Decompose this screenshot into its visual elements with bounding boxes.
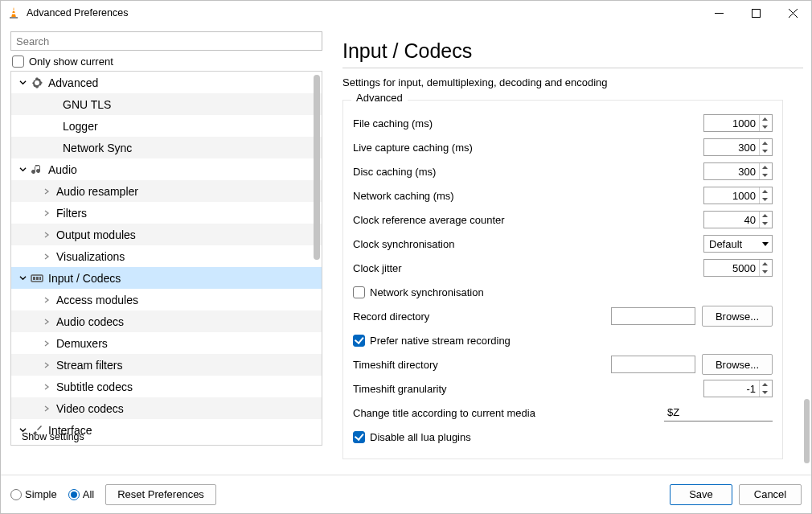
- tree-item-audio-codecs[interactable]: Audio codecs: [11, 310, 322, 332]
- record-dir-input[interactable]: [611, 307, 695, 325]
- svg-marker-23: [762, 262, 768, 265]
- chevron-right-icon: [40, 210, 53, 216]
- spin-up-icon[interactable]: [760, 163, 770, 171]
- tree-item-stream-filters[interactable]: Stream filters: [11, 354, 322, 376]
- spin-up-icon[interactable]: [760, 115, 770, 123]
- tree-item-visualizations[interactable]: Visualizations: [11, 245, 322, 267]
- prefer-native-checkbox[interactable]: [353, 335, 365, 347]
- spin-down-icon[interactable]: [760, 171, 770, 179]
- record-dir-browse-button[interactable]: Browse...: [702, 306, 773, 327]
- svg-marker-16: [762, 166, 768, 169]
- disc-caching-input[interactable]: [703, 162, 773, 180]
- tree-item-demuxers[interactable]: Demuxers: [11, 332, 322, 354]
- timeshift-dir-label: Timeshift directory: [353, 359, 611, 371]
- show-all-label: All: [83, 488, 94, 500]
- change-title-input[interactable]: $Z: [664, 404, 773, 421]
- save-button[interactable]: Save: [670, 484, 732, 505]
- svg-marker-0: [11, 7, 16, 18]
- tree-item-audio-resampler[interactable]: Audio resampler: [11, 180, 322, 202]
- close-button[interactable]: [774, 1, 811, 25]
- sidebar: Search Only show current Advanced GNU TL…: [1, 25, 326, 475]
- tree-item-filters[interactable]: Filters: [11, 202, 322, 224]
- spin-down-icon[interactable]: [760, 220, 770, 228]
- window: Advanced Preferences Search Only show cu…: [0, 0, 812, 514]
- spin-down-icon[interactable]: [760, 268, 770, 276]
- svg-marker-25: [762, 383, 768, 386]
- disc-caching-label: Disc caching (ms): [353, 166, 703, 178]
- change-title-label: Change title according to current media: [353, 407, 664, 419]
- svg-rect-9: [33, 277, 35, 280]
- svg-marker-21: [762, 222, 768, 225]
- tree: Advanced GNU TLS Logger Network Sync Aud…: [10, 71, 322, 446]
- chevron-right-icon: [40, 384, 53, 390]
- reset-preferences-button[interactable]: Reset Preferences: [105, 484, 216, 505]
- clock-ref-label: Clock reference average counter: [353, 214, 703, 226]
- chevron-right-icon: [40, 232, 53, 238]
- vlc-cone-icon: [7, 6, 20, 19]
- tree-scrollbar[interactable]: [314, 75, 320, 260]
- spin-down-icon[interactable]: [760, 389, 770, 397]
- tree-item-input-codecs[interactable]: Input / Codecs: [11, 267, 322, 289]
- show-all-radio[interactable]: [68, 489, 80, 500]
- live-caching-label: Live capture caching (ms): [353, 142, 703, 154]
- chevron-right-icon: [40, 405, 53, 412]
- file-caching-input[interactable]: [703, 114, 773, 132]
- svg-marker-12: [762, 117, 768, 121]
- minimize-button[interactable]: [700, 1, 737, 25]
- disable-lua-checkbox[interactable]: [353, 431, 365, 443]
- settings-pane: Input / Codecs Settings for input, demul…: [326, 25, 811, 475]
- tree-item-video-codecs[interactable]: Video codecs: [11, 397, 322, 419]
- chevron-right-icon: [40, 297, 53, 303]
- network-caching-input[interactable]: [703, 187, 773, 204]
- cancel-button[interactable]: Cancel: [739, 484, 802, 505]
- spin-up-icon[interactable]: [760, 212, 770, 220]
- tree-item-subtitle-codecs[interactable]: Subtitle codecs: [11, 376, 322, 397]
- spin-up-icon[interactable]: [760, 260, 770, 268]
- network-caching-label: Network caching (ms): [353, 190, 703, 202]
- clock-jitter-input[interactable]: [703, 259, 773, 277]
- settings-scrollbar[interactable]: [804, 399, 810, 463]
- tree-item-gnu-tls[interactable]: GNU TLS: [11, 93, 322, 115]
- window-title: Advanced Preferences: [27, 7, 128, 19]
- live-caching-input[interactable]: [703, 138, 773, 156]
- only-show-current-checkbox[interactable]: [12, 56, 24, 68]
- show-simple-radio[interactable]: [10, 489, 22, 500]
- svg-marker-17: [762, 174, 768, 177]
- svg-marker-19: [762, 198, 768, 201]
- svg-rect-5: [752, 9, 760, 17]
- chevron-right-icon: [40, 319, 53, 325]
- tree-item-audio[interactable]: Audio: [11, 158, 322, 180]
- spin-down-icon[interactable]: [760, 123, 770, 131]
- clock-sync-label: Clock synchronisation: [353, 238, 703, 250]
- search-input[interactable]: Search: [10, 31, 322, 51]
- svg-rect-11: [39, 277, 41, 280]
- spin-down-icon[interactable]: [760, 147, 770, 155]
- spin-up-icon[interactable]: [760, 187, 770, 195]
- group-advanced-title: Advanced: [351, 92, 408, 104]
- spin-up-icon[interactable]: [760, 380, 770, 389]
- svg-rect-3: [10, 17, 18, 19]
- clock-ref-input[interactable]: [703, 211, 773, 228]
- timeshift-gran-label: Timeshift granularity: [353, 383, 703, 395]
- svg-marker-18: [762, 190, 768, 193]
- network-sync-checkbox[interactable]: [353, 286, 365, 298]
- timeshift-dir-input[interactable]: [611, 356, 695, 373]
- clock-sync-combo[interactable]: Default: [703, 235, 773, 253]
- timeshift-gran-input[interactable]: [703, 380, 773, 397]
- gear-icon: [29, 76, 45, 89]
- chevron-right-icon: [40, 188, 53, 195]
- tree-item-advanced[interactable]: Advanced: [11, 72, 322, 93]
- maximize-button[interactable]: [737, 1, 774, 25]
- tree-item-logger[interactable]: Logger: [11, 115, 322, 137]
- tree-item-access-modules[interactable]: Access modules: [11, 289, 322, 310]
- record-dir-label: Record directory: [353, 310, 611, 323]
- tree-item-output-modules[interactable]: Output modules: [11, 224, 322, 245]
- chevron-right-icon: [40, 340, 53, 347]
- tree-item-network-sync[interactable]: Network Sync: [11, 137, 322, 158]
- codec-icon: [29, 272, 45, 285]
- spin-up-icon[interactable]: [760, 139, 770, 147]
- chevron-down-icon: [16, 79, 29, 86]
- svg-marker-20: [762, 214, 768, 217]
- spin-down-icon[interactable]: [760, 195, 770, 204]
- timeshift-dir-browse-button[interactable]: Browse...: [702, 354, 773, 375]
